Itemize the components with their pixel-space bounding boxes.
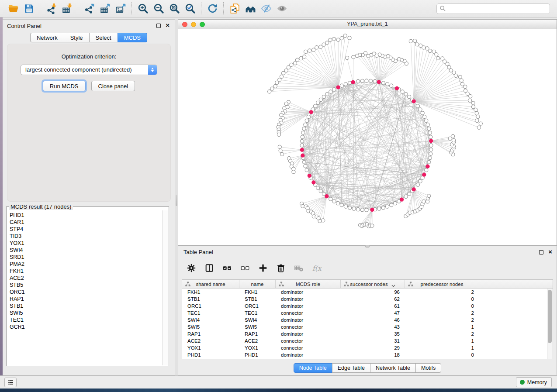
mcds-result-item[interactable]: ACE2 [10, 275, 162, 282]
column-header-MCDS-role[interactable]: MCDS role [276, 280, 341, 288]
close-panel-icon[interactable]: × [166, 21, 170, 29]
table-row[interactable]: ORC1ORC1dominator610 [182, 303, 553, 309]
table-cell: SWI5 [239, 323, 276, 330]
mcds-result-item[interactable]: CAR1 [10, 219, 162, 226]
table-row[interactable]: PHD1PHD1dominator180 [182, 351, 553, 358]
task-history-button[interactable] [4, 378, 17, 387]
network-window: YPA_prune.txt_1 [178, 19, 557, 246]
export-table-icon[interactable] [97, 2, 113, 16]
run-mcds-button[interactable]: Run MCDS [43, 81, 86, 91]
column-header-shared-name[interactable]: shared name [182, 280, 239, 288]
network-overview-icon[interactable] [242, 2, 258, 16]
table-cell: ORC1 [239, 303, 276, 309]
select-all-rows-icon[interactable] [222, 263, 232, 273]
horizontal-splitter-handle[interactable] [365, 245, 370, 248]
close-window-button[interactable] [182, 22, 187, 27]
column-header-predecessor-nodes[interactable]: predecessor nodes [405, 280, 479, 288]
table-row[interactable]: RAP1RAP1dominator352 [182, 330, 553, 337]
table-tab-edge-table[interactable]: Edge Table [332, 363, 370, 373]
table-row[interactable]: TEC1TEC1connector472 [182, 309, 553, 316]
memory-label: Memory [527, 379, 547, 385]
save-session-icon[interactable] [21, 2, 37, 16]
table-row[interactable]: YOX1YOX1connector291 [182, 344, 553, 351]
mcds-result-item[interactable]: STB1 [10, 303, 162, 309]
table-cell: connector [276, 344, 341, 351]
table-row[interactable]: SWI5SWI5connector431 [182, 323, 553, 330]
tab-network[interactable]: Network [30, 33, 64, 42]
toolbar-separator [40, 2, 40, 15]
column-type-icon [185, 282, 190, 287]
table-scrollbar[interactable] [547, 289, 553, 359]
minimize-window-button[interactable] [191, 22, 196, 27]
table-cell: ACE2 [182, 337, 239, 344]
zoom-selected-icon[interactable] [182, 2, 198, 16]
mcds-result-item[interactable]: FKH1 [10, 268, 162, 275]
column-type-icon [279, 282, 284, 287]
search-input[interactable] [436, 3, 550, 14]
table-cell: STB1 [239, 296, 276, 303]
refresh-layout-icon[interactable] [204, 2, 220, 16]
table-cell: dominator [276, 351, 341, 358]
mcds-result-item[interactable]: SWI4 [10, 247, 162, 254]
table-row[interactable]: FKH1FKH1dominator962 [182, 289, 553, 296]
deselect-all-rows-icon[interactable] [240, 263, 250, 273]
memory-button[interactable]: Memory [516, 377, 552, 387]
memory-status-icon [520, 380, 525, 385]
show-columns-icon[interactable] [204, 263, 214, 273]
import-network-icon[interactable] [43, 2, 59, 16]
clone-network-icon[interactable] [227, 2, 242, 16]
table-row[interactable]: STB1STB1dominator620 [182, 296, 553, 303]
zoom-out-icon[interactable] [151, 2, 166, 16]
table-cell: ACE2 [239, 337, 276, 344]
criterion-select[interactable]: largest connected component (undirected) [21, 65, 157, 75]
close-panel-button[interactable]: Close panel [91, 81, 135, 91]
application-window: Control Panel × NetworkStyleSelectMCDS O… [0, 0, 557, 392]
tab-select[interactable]: Select [89, 33, 118, 42]
mcds-result-item[interactable]: TID3 [10, 233, 162, 240]
mcds-result-item[interactable]: YOX1 [10, 240, 162, 247]
table-scrollbar-thumb[interactable] [548, 290, 552, 343]
mcds-result-item[interactable]: STB5 [10, 282, 162, 289]
show-graphics-details-icon[interactable] [274, 2, 290, 16]
column-header-successor-nodes[interactable]: successor nodes [341, 280, 405, 288]
mcds-list-scrollbar[interactable] [162, 210, 168, 365]
mcds-result-item[interactable]: GCR1 [10, 323, 162, 330]
table-settings-icon[interactable] [186, 263, 197, 273]
table-cell: 46 [341, 316, 405, 323]
table-cell: 43 [341, 323, 405, 330]
mcds-result-item[interactable]: SWI5 [10, 309, 162, 316]
zoom-in-icon[interactable] [135, 2, 151, 16]
mcds-result-item[interactable]: STP4 [10, 226, 162, 233]
tab-style[interactable]: Style [64, 33, 90, 42]
delete-column-icon[interactable] [276, 263, 286, 273]
network-canvas[interactable] [178, 29, 557, 245]
table-row[interactable]: ACE2ACE2connector311 [182, 337, 553, 344]
export-network-icon[interactable] [81, 2, 97, 16]
hide-graphics-details-icon[interactable] [258, 2, 274, 16]
network-window-title: YPA_prune.txt_1 [178, 20, 557, 29]
open-file-icon[interactable] [5, 2, 21, 16]
float-panel-icon[interactable] [156, 24, 161, 28]
add-column-icon[interactable] [258, 263, 268, 273]
table-cell: YOX1 [239, 344, 276, 351]
table-tab-network-table[interactable]: Network Table [370, 363, 416, 373]
mcds-result-item[interactable]: PHD1 [10, 212, 162, 219]
column-header-name[interactable]: name [239, 280, 276, 288]
mcds-result-item[interactable]: PMA2 [10, 261, 162, 268]
import-table-icon[interactable] [59, 2, 75, 16]
table-header-row: shared namenameMCDS rolesuccessor nodesp… [182, 280, 553, 289]
mcds-result-item[interactable]: ORC1 [10, 289, 162, 296]
tab-mcds[interactable]: MCDS [118, 33, 147, 42]
table-tab-motifs[interactable]: Motifs [415, 363, 441, 373]
export-image-icon[interactable] [113, 2, 128, 16]
mcds-result-list[interactable]: PHD1CAR1STP4TID3YOX1SWI4SRD1PMA2FKH1ACE2… [7, 211, 162, 365]
zoom-fit-icon[interactable] [166, 2, 182, 16]
mcds-result-item[interactable]: TEC1 [10, 316, 162, 323]
table-row[interactable]: SWI4SWI4dominator462 [182, 316, 553, 323]
mcds-result-item[interactable]: SRD1 [10, 254, 162, 261]
mcds-result-item[interactable]: RAP1 [10, 296, 162, 303]
float-table-panel-icon[interactable] [539, 250, 543, 254]
table-tab-node-table[interactable]: Node Table [294, 363, 332, 373]
maximize-window-button[interactable] [200, 22, 205, 27]
close-table-panel-icon[interactable]: × [548, 248, 552, 256]
